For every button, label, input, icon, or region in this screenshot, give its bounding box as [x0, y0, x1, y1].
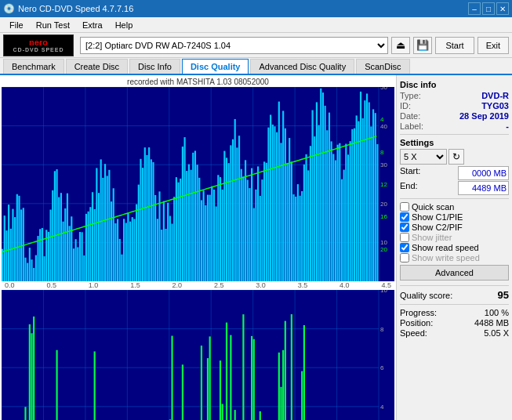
menu-file[interactable]: File — [3, 19, 30, 31]
show-write-speed-label: Show write speed — [412, 253, 480, 262]
speed-select[interactable]: 5 X — [400, 149, 447, 165]
end-label: End: — [400, 181, 418, 195]
window-controls: – □ ✕ — [468, 2, 509, 15]
top-x-axis: 0.00.51.01.52.02.53.03.54.04.5 — [2, 281, 394, 289]
divider-2 — [400, 198, 509, 199]
divider-1 — [400, 134, 509, 135]
show-c1pie-checkbox[interactable] — [400, 212, 409, 222]
menu-bar: File Run Test Extra Help — [0, 17, 512, 33]
quick-scan-label: Quick scan — [412, 202, 454, 212]
show-read-speed-label: Show read speed — [412, 243, 479, 252]
title-bar-icon: 💿 — [3, 3, 15, 14]
show-c2pif-label: Show C2/PIF — [412, 223, 463, 232]
end-input[interactable] — [458, 181, 509, 195]
disc-label-label: Label: — [400, 121, 423, 131]
title-bar-title: Nero CD-DVD Speed 4.7.7.16 — [18, 4, 468, 13]
type-label: Type: — [400, 91, 421, 100]
show-c1pie-label: Show C1/PIE — [412, 212, 463, 222]
type-value: DVD-R — [481, 91, 509, 100]
chart-area: recorded with MATSHITA 1.03 08052000 0.0… — [0, 75, 396, 420]
exit-button[interactable]: Exit — [478, 37, 509, 54]
divider-4 — [400, 304, 509, 305]
tab-disc-info[interactable]: Disc Info — [129, 59, 180, 74]
start-label: Start: — [400, 166, 420, 180]
nero-logo: nero CD-DVD SPEED — [3, 34, 74, 56]
show-jitter-checkbox[interactable] — [400, 233, 409, 242]
quality-score-value: 95 — [498, 289, 509, 301]
tab-bar: Benchmark Create Disc Disc Info Disc Qua… — [0, 58, 512, 75]
progress-label: Progress: — [400, 308, 437, 317]
menu-help[interactable]: Help — [109, 19, 140, 31]
date-label: Date: — [400, 111, 420, 121]
show-c2pif-checkbox[interactable] — [400, 223, 409, 232]
toolbar: nero CD-DVD SPEED [2:2] Optiarc DVD RW A… — [0, 33, 512, 58]
menu-run-test[interactable]: Run Test — [30, 19, 76, 31]
show-write-speed-checkbox[interactable] — [400, 253, 409, 262]
quality-score-row: Quality score: 95 — [400, 289, 509, 301]
progress-row: Progress: 100 % — [400, 308, 509, 317]
chart-title: recorded with MATSHITA 1.03 08052000 — [2, 77, 394, 87]
show-c1pie-row: Show C1/PIE — [400, 212, 509, 222]
drive-select[interactable]: [2:2] Optiarc DVD RW AD-7240S 1.04 — [80, 37, 388, 54]
settings-title: Settings — [400, 138, 509, 147]
show-read-speed-row: Show read speed — [400, 243, 509, 252]
speed-setting-row: 5 X ↻ — [400, 149, 509, 165]
speed-value: 5.05 X — [484, 328, 509, 338]
show-c2pif-row: Show C2/PIF — [400, 223, 509, 232]
quality-score-label: Quality score: — [400, 291, 452, 300]
speed-row: Speed: 5.05 X — [400, 328, 509, 338]
tab-disc-quality[interactable]: Disc Quality — [182, 59, 249, 74]
maximize-button[interactable]: □ — [482, 2, 495, 15]
quick-scan-checkbox[interactable] — [400, 202, 409, 212]
id-value: TYG03 — [481, 101, 509, 110]
disc-info-title: Disc info — [400, 80, 509, 89]
main-area: recorded with MATSHITA 1.03 08052000 0.0… — [0, 75, 512, 420]
progress-value: 100 % — [485, 308, 509, 317]
quick-scan-row: Quick scan — [400, 202, 509, 212]
tab-advanced-disc-quality[interactable]: Advanced Disc Quality — [250, 59, 354, 74]
position-label: Position: — [400, 318, 433, 328]
save-button[interactable]: 💾 — [413, 37, 432, 54]
refresh-button[interactable]: ↻ — [448, 149, 464, 165]
right-panel: Disc info Type: DVD-R ID: TYG03 Date: 28… — [396, 75, 512, 420]
start-input[interactable] — [458, 166, 509, 180]
date-value: 28 Sep 2019 — [459, 111, 509, 121]
position-row: Position: 4488 MB — [400, 318, 509, 328]
tab-scan-disc[interactable]: ScanDisc — [356, 59, 409, 74]
tab-benchmark[interactable]: Benchmark — [3, 59, 64, 74]
close-button[interactable]: ✕ — [496, 2, 509, 15]
title-bar: 💿 Nero CD-DVD Speed 4.7.7.16 – □ ✕ — [0, 0, 512, 17]
show-jitter-row: Show jitter — [400, 233, 509, 242]
tab-create-disc[interactable]: Create Disc — [66, 59, 128, 74]
show-read-speed-checkbox[interactable] — [400, 243, 409, 252]
show-write-speed-row: Show write speed — [400, 253, 509, 262]
eject-button[interactable]: ⏏ — [391, 37, 410, 54]
position-value: 4488 MB — [474, 318, 509, 328]
show-jitter-label: Show jitter — [412, 233, 452, 242]
advanced-button[interactable]: Advanced — [400, 265, 509, 281]
id-label: ID: — [400, 101, 411, 110]
start-button[interactable]: Start — [435, 37, 474, 54]
divider-3 — [400, 285, 509, 286]
minimize-button[interactable]: – — [468, 2, 481, 15]
speed-label: Speed: — [400, 328, 427, 338]
bottom-chart — [2, 290, 394, 420]
top-chart — [2, 87, 394, 281]
menu-extra[interactable]: Extra — [76, 19, 109, 31]
disc-label-value: - — [506, 121, 509, 131]
